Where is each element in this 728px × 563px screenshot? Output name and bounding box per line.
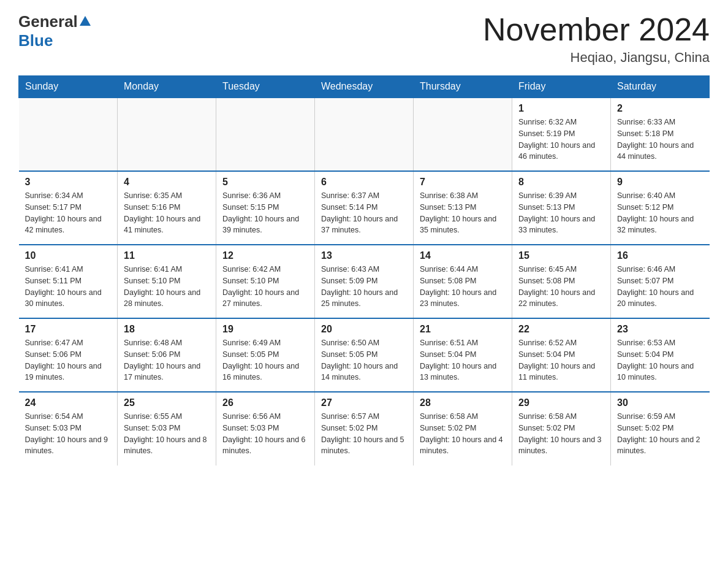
calendar-day-cell: 15Sunrise: 6:45 AMSunset: 5:08 PMDayligh…: [512, 245, 611, 318]
calendar-day-cell: 2Sunrise: 6:33 AMSunset: 5:18 PMDaylight…: [611, 98, 710, 171]
calendar-day-cell: [315, 98, 414, 171]
calendar-day-cell: 27Sunrise: 6:57 AMSunset: 5:02 PMDayligh…: [315, 392, 414, 465]
logo-general-text: General: [18, 12, 78, 31]
day-info: Sunrise: 6:44 AMSunset: 5:08 PMDaylight:…: [420, 264, 506, 310]
calendar-day-cell: 11Sunrise: 6:41 AMSunset: 5:10 PMDayligh…: [118, 245, 216, 318]
calendar-week-row: 1Sunrise: 6:32 AMSunset: 5:19 PMDaylight…: [19, 98, 710, 171]
logo: General Blue: [18, 12, 91, 50]
day-info: Sunrise: 6:50 AMSunset: 5:05 PMDaylight:…: [321, 337, 407, 383]
day-info: Sunrise: 6:33 AMSunset: 5:18 PMDaylight:…: [617, 117, 703, 163]
calendar-day-cell: 28Sunrise: 6:58 AMSunset: 5:02 PMDayligh…: [414, 392, 512, 465]
day-number: 18: [124, 324, 210, 335]
day-info: Sunrise: 6:32 AMSunset: 5:19 PMDaylight:…: [518, 117, 604, 163]
day-of-week-header: Monday: [118, 76, 216, 98]
calendar-day-cell: 8Sunrise: 6:39 AMSunset: 5:13 PMDaylight…: [512, 171, 611, 245]
calendar-day-cell: 23Sunrise: 6:53 AMSunset: 5:04 PMDayligh…: [611, 318, 710, 392]
calendar-day-cell: 25Sunrise: 6:55 AMSunset: 5:03 PMDayligh…: [118, 392, 216, 465]
calendar-day-cell: 21Sunrise: 6:51 AMSunset: 5:04 PMDayligh…: [414, 318, 512, 392]
day-info: Sunrise: 6:41 AMSunset: 5:11 PMDaylight:…: [25, 264, 112, 310]
day-number: 3: [25, 177, 112, 188]
day-number: 1: [518, 103, 604, 114]
day-info: Sunrise: 6:38 AMSunset: 5:13 PMDaylight:…: [420, 190, 506, 236]
calendar-day-cell: 22Sunrise: 6:52 AMSunset: 5:04 PMDayligh…: [512, 318, 611, 392]
calendar-week-row: 24Sunrise: 6:54 AMSunset: 5:03 PMDayligh…: [19, 392, 710, 465]
day-info: Sunrise: 6:37 AMSunset: 5:14 PMDaylight:…: [321, 190, 407, 236]
day-info: Sunrise: 6:52 AMSunset: 5:04 PMDaylight:…: [518, 337, 604, 383]
day-info: Sunrise: 6:45 AMSunset: 5:08 PMDaylight:…: [518, 264, 604, 310]
day-number: 13: [321, 250, 407, 261]
day-info: Sunrise: 6:40 AMSunset: 5:12 PMDaylight:…: [617, 190, 703, 236]
calendar-day-cell: 30Sunrise: 6:59 AMSunset: 5:02 PMDayligh…: [611, 392, 710, 465]
day-info: Sunrise: 6:57 AMSunset: 5:02 PMDaylight:…: [321, 411, 407, 457]
day-info: Sunrise: 6:55 AMSunset: 5:03 PMDaylight:…: [124, 411, 210, 457]
day-number: 14: [420, 250, 506, 261]
day-info: Sunrise: 6:46 AMSunset: 5:07 PMDaylight:…: [617, 264, 703, 310]
logo-blue-text: Blue: [18, 31, 53, 50]
day-number: 21: [420, 324, 506, 335]
calendar-day-cell: [118, 98, 216, 171]
day-number: 26: [222, 397, 308, 408]
day-number: 28: [420, 397, 506, 408]
calendar-header-row: SundayMondayTuesdayWednesdayThursdayFrid…: [19, 76, 710, 98]
day-info: Sunrise: 6:48 AMSunset: 5:06 PMDaylight:…: [124, 337, 210, 383]
day-info: Sunrise: 6:47 AMSunset: 5:06 PMDaylight:…: [25, 337, 112, 383]
day-number: 10: [25, 250, 112, 261]
day-info: Sunrise: 6:49 AMSunset: 5:05 PMDaylight:…: [222, 337, 308, 383]
calendar-week-row: 17Sunrise: 6:47 AMSunset: 5:06 PMDayligh…: [19, 318, 710, 392]
day-number: 7: [420, 177, 506, 188]
calendar-table: SundayMondayTuesdayWednesdayThursdayFrid…: [18, 75, 710, 465]
calendar-day-cell: 26Sunrise: 6:56 AMSunset: 5:03 PMDayligh…: [216, 392, 315, 465]
calendar-day-cell: 13Sunrise: 6:43 AMSunset: 5:09 PMDayligh…: [315, 245, 414, 318]
day-info: Sunrise: 6:53 AMSunset: 5:04 PMDaylight:…: [617, 337, 703, 383]
calendar-day-cell: 4Sunrise: 6:35 AMSunset: 5:16 PMDaylight…: [118, 171, 216, 245]
day-number: 5: [222, 177, 308, 188]
calendar-day-cell: 17Sunrise: 6:47 AMSunset: 5:06 PMDayligh…: [19, 318, 118, 392]
calendar-day-cell: [19, 98, 118, 171]
calendar-day-cell: 16Sunrise: 6:46 AMSunset: 5:07 PMDayligh…: [611, 245, 710, 318]
day-info: Sunrise: 6:51 AMSunset: 5:04 PMDaylight:…: [420, 337, 506, 383]
calendar-subtitle: Heqiao, Jiangsu, China: [483, 50, 710, 66]
day-number: 25: [124, 397, 210, 408]
day-number: 29: [518, 397, 604, 408]
day-number: 23: [617, 324, 703, 335]
title-block: November 2024 Heqiao, Jiangsu, China: [483, 12, 710, 66]
day-number: 4: [124, 177, 210, 188]
day-info: Sunrise: 6:35 AMSunset: 5:16 PMDaylight:…: [124, 190, 210, 236]
day-of-week-header: Thursday: [414, 76, 512, 98]
day-info: Sunrise: 6:41 AMSunset: 5:10 PMDaylight:…: [124, 264, 210, 310]
day-info: Sunrise: 6:58 AMSunset: 5:02 PMDaylight:…: [518, 411, 604, 457]
calendar-title: November 2024: [483, 12, 710, 47]
day-number: 20: [321, 324, 407, 335]
day-of-week-header: Sunday: [19, 76, 118, 98]
day-of-week-header: Tuesday: [216, 76, 315, 98]
calendar-week-row: 10Sunrise: 6:41 AMSunset: 5:11 PMDayligh…: [19, 245, 710, 318]
day-of-week-header: Friday: [512, 76, 611, 98]
day-info: Sunrise: 6:54 AMSunset: 5:03 PMDaylight:…: [25, 411, 112, 457]
calendar-day-cell: 19Sunrise: 6:49 AMSunset: 5:05 PMDayligh…: [216, 318, 315, 392]
day-info: Sunrise: 6:34 AMSunset: 5:17 PMDaylight:…: [25, 190, 112, 236]
day-number: 22: [518, 324, 604, 335]
day-info: Sunrise: 6:39 AMSunset: 5:13 PMDaylight:…: [518, 190, 604, 236]
day-number: 17: [25, 324, 112, 335]
day-number: 12: [222, 250, 308, 261]
calendar-day-cell: 9Sunrise: 6:40 AMSunset: 5:12 PMDaylight…: [611, 171, 710, 245]
day-info: Sunrise: 6:56 AMSunset: 5:03 PMDaylight:…: [222, 411, 308, 457]
day-of-week-header: Saturday: [611, 76, 710, 98]
day-info: Sunrise: 6:59 AMSunset: 5:02 PMDaylight:…: [617, 411, 703, 457]
page-header: General Blue November 2024 Heqiao, Jiang…: [18, 12, 710, 66]
day-info: Sunrise: 6:43 AMSunset: 5:09 PMDaylight:…: [321, 264, 407, 310]
calendar-day-cell: 10Sunrise: 6:41 AMSunset: 5:11 PMDayligh…: [19, 245, 118, 318]
calendar-day-cell: 24Sunrise: 6:54 AMSunset: 5:03 PMDayligh…: [19, 392, 118, 465]
day-info: Sunrise: 6:58 AMSunset: 5:02 PMDaylight:…: [420, 411, 506, 457]
calendar-week-row: 3Sunrise: 6:34 AMSunset: 5:17 PMDaylight…: [19, 171, 710, 245]
logo-triangle-icon: [80, 16, 91, 26]
day-number: 2: [617, 103, 703, 114]
calendar-day-cell: 14Sunrise: 6:44 AMSunset: 5:08 PMDayligh…: [414, 245, 512, 318]
day-info: Sunrise: 6:36 AMSunset: 5:15 PMDaylight:…: [222, 190, 308, 236]
day-number: 30: [617, 397, 703, 408]
day-number: 11: [124, 250, 210, 261]
calendar-day-cell: 5Sunrise: 6:36 AMSunset: 5:15 PMDaylight…: [216, 171, 315, 245]
calendar-day-cell: 1Sunrise: 6:32 AMSunset: 5:19 PMDaylight…: [512, 98, 611, 171]
day-number: 9: [617, 177, 703, 188]
day-number: 6: [321, 177, 407, 188]
